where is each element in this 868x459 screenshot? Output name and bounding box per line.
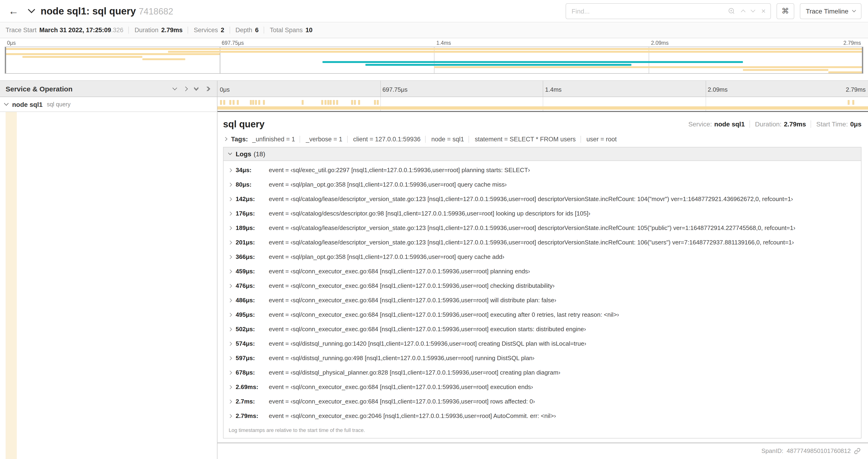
child-span-tick: [258, 100, 260, 104]
log-entry[interactable]: 502μs: event = ‹sql/conn_executor_exec.g…: [223, 322, 861, 336]
trace-summary-bar: Trace StartMarch 31 2022, 17:25:09.326 D…: [0, 22, 868, 38]
span-id-label: SpanID:: [762, 447, 783, 454]
child-span-tick: [852, 100, 854, 104]
tag-item: client = 127.0.0.1:59936: [347, 135, 421, 142]
span-collapse-chevron-icon[interactable]: [4, 101, 9, 106]
span-id-value: 4877749850101760812: [786, 447, 851, 454]
keyboard-shortcuts-button[interactable]: ⌘: [776, 3, 794, 19]
log-entry[interactable]: 597μs: event = ‹sql/distsql_running.go:4…: [223, 351, 861, 365]
axis-tick-label: 0μs: [5, 40, 18, 46]
logs-collapse-chevron-icon: [228, 151, 232, 155]
find-clear-icon[interactable]: ×: [762, 7, 766, 15]
log-expand-chevron-icon: [228, 211, 232, 216]
tags-accordion[interactable]: Tags: _unfinished = 1 _verbose = 1 clien…: [223, 132, 862, 147]
log-expand-chevron-icon: [228, 399, 232, 403]
log-entry[interactable]: 486μs: event = ‹sql/conn_executor_exec.g…: [223, 293, 861, 307]
axis-tick-label: 1.4ms: [543, 86, 564, 93]
minimap-span-bar: [365, 64, 631, 66]
collapse-one-icon[interactable]: [173, 85, 177, 90]
minimap-span-bar: [22, 56, 143, 58]
logs-count: (18): [254, 150, 265, 158]
find-next-icon[interactable]: [751, 8, 755, 12]
back-arrow-icon: ←: [8, 5, 19, 17]
log-entry[interactable]: 80μs: event = ‹sql/plan_opt.go:358 [nsql…: [223, 177, 861, 192]
trace-id: 7418682: [138, 6, 173, 16]
minimap-left-scrubber[interactable]: [5, 47, 6, 73]
log-expand-chevron-icon: [228, 269, 232, 273]
summary-item: Trace StartMarch 31 2022, 17:25:09.326: [6, 27, 123, 34]
log-entry[interactable]: 189μs: event = ‹sql/catalog/lease/descri…: [223, 221, 861, 235]
span-overview-item: Start Time:0μs: [811, 120, 862, 128]
axis-tick-label: 697.75μs: [380, 86, 410, 93]
zoom-in-icon[interactable]: [728, 7, 735, 14]
minimap-span-bar: [743, 69, 829, 71]
log-message: event = ‹sql/catalog/lease/descriptor_ve…: [269, 239, 794, 246]
log-expand-chevron-icon: [228, 414, 232, 418]
log-entry[interactable]: 201μs: event = ‹sql/catalog/lease/descri…: [223, 235, 861, 250]
log-entry[interactable]: 2.7ms: event = ‹sql/conn_executor_exec.g…: [223, 394, 861, 408]
log-expand-chevron-icon: [228, 313, 232, 317]
expand-all-icon[interactable]: [205, 87, 210, 90]
minimap-right-scrubber[interactable]: [862, 47, 863, 73]
log-message: event = ‹sql/catalog/descs/descriptor.go…: [269, 210, 590, 217]
span-row[interactable]: node sql1 sql query: [0, 97, 868, 112]
log-entry[interactable]: 459μs: event = ‹sql/conn_executor_exec.g…: [223, 264, 861, 278]
logs-header[interactable]: Logs (18): [223, 147, 861, 161]
log-message: event = ‹sql/conn_executor_exec.go:684 […: [269, 282, 555, 289]
tags-expand-chevron-icon: [223, 137, 227, 141]
log-entry[interactable]: 476μs: event = ‹sql/conn_executor_exec.g…: [223, 278, 861, 293]
minimap-span-bar: [829, 72, 863, 73]
log-expand-chevron-icon: [228, 298, 232, 302]
find-prev-icon[interactable]: [741, 9, 746, 14]
log-entry[interactable]: 2.69ms: event = ‹sql/conn_executor_exec.…: [223, 380, 861, 394]
collapse-all-icon[interactable]: [195, 87, 198, 91]
log-timestamp: 574μs:: [236, 340, 265, 347]
log-timestamp: 2.7ms:: [236, 398, 265, 405]
log-message: event = ‹sql/conn_executor_exec.go:684 […: [269, 398, 535, 405]
child-span-tick: [302, 100, 303, 104]
log-timestamp: 34μs:: [236, 167, 265, 173]
log-entry[interactable]: 678μs: event = ‹sql/distsql_physical_pla…: [223, 365, 861, 380]
minimap-span-bar: [168, 51, 863, 53]
collapse-trace-chevron-icon[interactable]: [28, 6, 35, 13]
span-overview-item: Duration:2.79ms: [749, 120, 806, 128]
log-entry[interactable]: 176μs: event = ‹sql/catalog/descs/descri…: [223, 206, 861, 221]
child-span-tick: [223, 100, 225, 104]
tag-item: _unfinished = 1: [252, 135, 295, 142]
child-span-tick: [255, 100, 257, 104]
root-span-bar[interactable]: [217, 106, 868, 110]
child-span-tick: [351, 100, 353, 104]
log-entry[interactable]: 366μs: event = ‹sql/plan_opt.go:358 [nsq…: [223, 250, 861, 264]
log-timestamp: 597μs:: [236, 355, 265, 362]
log-expand-chevron-icon: [228, 226, 232, 230]
expand-one-icon[interactable]: [183, 86, 188, 91]
trace-timeline-page: ← node sql1: sql query7418682 ×: [0, 0, 868, 459]
log-entry[interactable]: 142μs: event = ‹sql/catalog/lease/descri…: [223, 192, 861, 206]
logs-footnote: Log timestamps are relative to the start…: [223, 423, 861, 438]
tag-item: statement = SELECT * FROM users: [469, 135, 576, 142]
logs-title: Logs: [236, 150, 251, 158]
log-expand-chevron-icon: [228, 255, 232, 259]
log-entry[interactable]: 34μs: event = ‹sql/exec_util.go:2297 [ns…: [223, 163, 861, 177]
log-entry[interactable]: 574μs: event = ‹sql/distsql_running.go:1…: [223, 336, 861, 351]
trace-view-selector[interactable]: Trace Timeline: [800, 3, 862, 19]
child-span-tick: [337, 100, 338, 104]
minimap-axis: 0μs 697.75μs 1.4ms 2.09ms 2.79ms: [5, 38, 863, 47]
log-entry[interactable]: 2.79ms: event = ‹sql/conn_executor_exec.…: [223, 408, 861, 423]
log-timestamp: 176μs:: [236, 210, 265, 217]
logs-accordion: Logs (18) 34μs: event = ‹sql/exec_util.g…: [223, 147, 862, 438]
span-gantt-area[interactable]: [217, 97, 868, 112]
log-message: event = ‹sql/plan_opt.go:358 [nsql1,clie…: [269, 253, 504, 260]
minimap-span-bar: [142, 59, 185, 60]
child-span-tick: [377, 100, 378, 104]
child-span-tick: [233, 100, 235, 104]
child-span-tick: [230, 100, 231, 104]
span-row-name-column[interactable]: node sql1 sql query: [0, 97, 217, 112]
log-message: event = ‹sql/distsql_running.go:1420 [ns…: [269, 340, 586, 347]
back-button[interactable]: ←: [5, 5, 22, 17]
deep-link-icon[interactable]: [854, 448, 861, 454]
log-entry[interactable]: 495μs: event = ‹sql/conn_executor_exec.g…: [223, 307, 861, 322]
log-expand-chevron-icon: [228, 342, 232, 346]
find-input[interactable]: [570, 7, 728, 15]
trace-minimap[interactable]: [5, 47, 863, 74]
